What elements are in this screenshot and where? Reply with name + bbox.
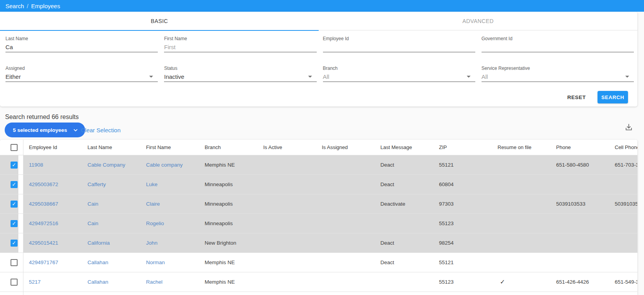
cell-last-name[interactable]: California xyxy=(87,240,146,246)
table-row[interactable]: 5217CallahanRachelMemphis NE55123✓651-42… xyxy=(0,272,637,292)
selected-employees-button[interactable]: 5 selected employees xyxy=(5,123,85,137)
row-checkbox[interactable]: ✓ xyxy=(11,240,18,247)
assigned-value: Either xyxy=(5,73,21,80)
column-header-first-name[interactable]: First Name xyxy=(146,144,205,150)
service-representative-field: Service Representative All xyxy=(482,66,634,82)
cell-phone: 651-580-4580 xyxy=(556,162,615,168)
row-cells: 4295003672CaffertyLukeMinneapolisDeact60… xyxy=(23,175,637,194)
status-select[interactable]: Inactive xyxy=(164,72,316,82)
column-header-employee-id[interactable]: Employee Id xyxy=(29,144,87,150)
tab-advanced[interactable]: ADVANCED xyxy=(319,12,637,30)
cell-employee-id[interactable]: 4295015421 xyxy=(29,240,87,246)
service-representative-select[interactable]: All xyxy=(482,72,634,82)
chevron-down-icon xyxy=(73,128,78,133)
cell-employee-id[interactable]: 4295003672 xyxy=(29,181,87,187)
row-checkbox[interactable]: ✓ xyxy=(11,181,18,188)
last-name-input[interactable] xyxy=(5,42,158,52)
cell-employee-id[interactable]: 4294972516 xyxy=(29,220,87,226)
column-header-is-assigned[interactable]: Is Assigned xyxy=(322,144,380,150)
column-header-last-message[interactable]: Last Message xyxy=(380,144,439,150)
employee-id-field: Employee Id xyxy=(323,36,475,52)
cell-first-name[interactable]: Rogelio xyxy=(146,220,205,226)
column-header-is-active[interactable]: Is Active xyxy=(263,144,322,150)
cell-last-name[interactable]: Callahan xyxy=(87,279,146,285)
cell-last-message: Deactivate xyxy=(380,201,439,207)
cell-zip: 97303 xyxy=(439,201,498,207)
breadcrumb-separator: / xyxy=(27,3,29,9)
table-row-partial xyxy=(0,292,637,295)
row-checkbox-cell: ✓ xyxy=(0,194,18,213)
last-name-field: Last Name xyxy=(5,36,158,52)
clear-selection-link[interactable]: Clear Selection xyxy=(81,127,121,133)
breadcrumb-search[interactable]: Search xyxy=(5,3,24,9)
cell-last-name[interactable]: Cain xyxy=(87,220,146,226)
cell-phone: 5039103533 xyxy=(556,201,615,207)
table-row[interactable]: ✓4294972516CainRogelioMinneapolis55123 xyxy=(0,214,637,233)
row-checkbox[interactable]: ✓ xyxy=(11,220,18,227)
table-row[interactable]: ✓4295003672CaffertyLukeMinneapolisDeact6… xyxy=(0,175,637,194)
column-header-last-name[interactable]: Last Name xyxy=(87,144,146,150)
cell-zip: 55121 xyxy=(439,259,498,265)
table-row[interactable]: ✓4295015421CaliforniaJohnNew BrightonDea… xyxy=(0,233,637,253)
table-row[interactable]: ✓4295038667CainClaireMinneapolisDeactiva… xyxy=(0,194,637,214)
column-header-cell-phone[interactable]: Cell Phone xyxy=(615,144,637,150)
cell-first-name[interactable]: Norman xyxy=(146,259,205,265)
form-row-1: Last Name First Name Employee Id Governm… xyxy=(5,36,634,52)
cell-first-name[interactable]: John xyxy=(146,240,205,246)
cell-last-name[interactable]: Cable Company xyxy=(87,162,146,168)
cell-first-name[interactable]: Luke xyxy=(146,181,205,187)
cell-cell-phone: 651-549-35 xyxy=(615,279,637,285)
government-id-field: Government Id xyxy=(482,36,634,52)
government-id-label: Government Id xyxy=(482,36,634,42)
search-button[interactable]: SEARCH xyxy=(598,91,628,103)
government-id-input[interactable] xyxy=(482,42,634,52)
branch-label: Branch xyxy=(323,66,475,72)
branch-field: Branch All xyxy=(323,66,475,82)
row-checkbox[interactable]: ✓ xyxy=(11,162,18,169)
row-cells: 4295015421CaliforniaJohnNew BrightonDeac… xyxy=(23,233,637,252)
last-name-label: Last Name xyxy=(5,36,158,42)
results-table: Employee IdLast NameFirst NameBranchIs A… xyxy=(0,140,637,295)
assigned-select[interactable]: Either xyxy=(5,72,158,82)
selected-employees-label: 5 selected employees xyxy=(13,127,67,133)
cell-last-message: Deact xyxy=(380,259,439,265)
reset-button[interactable]: RESET xyxy=(567,94,586,100)
column-header-phone[interactable]: Phone xyxy=(556,144,615,150)
cell-branch: Minneapolis xyxy=(205,220,263,226)
status-field: Status Inactive xyxy=(164,66,316,82)
cell-employee-id[interactable]: 5217 xyxy=(29,279,87,285)
download-button[interactable] xyxy=(624,123,634,133)
cell-zip: 55121 xyxy=(439,162,498,168)
row-checkbox[interactable] xyxy=(11,279,18,286)
table-row[interactable]: 4294971767CallahanNormanMemphis NEDeact5… xyxy=(0,253,637,272)
employee-id-label: Employee Id xyxy=(323,36,475,42)
column-header-zip[interactable]: ZIP xyxy=(439,144,498,150)
select-all-checkbox[interactable] xyxy=(11,144,18,151)
dropdown-arrow-icon xyxy=(308,76,312,78)
branch-select[interactable]: All xyxy=(323,72,475,82)
column-header-branch[interactable]: Branch xyxy=(205,144,263,150)
cell-first-name[interactable]: Rachel xyxy=(146,279,205,285)
column-header-resume-on-file[interactable]: Resume on file xyxy=(498,144,556,150)
tab-basic[interactable]: BASIC xyxy=(0,12,319,30)
cell-first-name[interactable]: Cable company xyxy=(146,162,205,168)
first-name-input[interactable] xyxy=(164,42,316,52)
employee-id-input[interactable] xyxy=(323,42,475,52)
cell-first-name[interactable]: Claire xyxy=(146,201,205,207)
service-representative-value: All xyxy=(482,73,488,80)
cell-last-name[interactable]: Cain xyxy=(87,201,146,207)
cell-branch: Minneapolis xyxy=(205,201,263,207)
cell-branch: Memphis NE xyxy=(205,279,263,285)
cell-employee-id[interactable]: 4294971767 xyxy=(29,259,87,265)
cell-employee-id[interactable]: 11908 xyxy=(29,162,87,168)
cell-last-name[interactable]: Cafferty xyxy=(87,181,146,187)
row-checkbox[interactable] xyxy=(11,259,18,266)
row-checkbox-cell: ✓ xyxy=(0,233,18,252)
cell-branch: Minneapolis xyxy=(205,181,263,187)
row-checkbox[interactable]: ✓ xyxy=(11,201,18,208)
cell-last-message: Deact xyxy=(380,240,439,246)
table-row[interactable]: ✓11908Cable CompanyCable companyMemphis … xyxy=(0,155,637,175)
form-row-2: Assigned Either Status Inactive Branch A… xyxy=(5,66,634,82)
cell-last-name[interactable]: Callahan xyxy=(87,259,146,265)
cell-employee-id[interactable]: 4295038667 xyxy=(29,201,87,207)
